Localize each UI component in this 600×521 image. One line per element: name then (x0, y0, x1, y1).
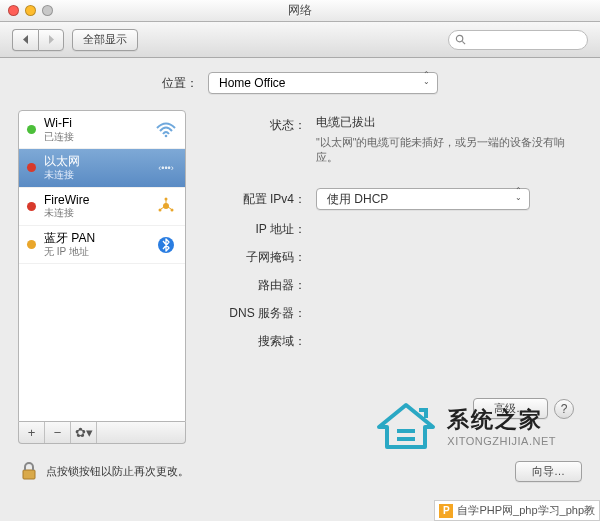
location-label: 位置： (162, 75, 198, 92)
search-icon (455, 34, 466, 45)
p-icon: P (439, 504, 453, 518)
nav-segment (12, 29, 64, 51)
firewire-icon (155, 197, 177, 215)
sidebar-item-firewire[interactable]: FireWire未连接 (19, 188, 185, 226)
svg-line-1 (462, 41, 465, 44)
gear-icon: ✿▾ (75, 425, 93, 440)
window-title: 网络 (0, 2, 600, 19)
status-label: 状态： (202, 114, 316, 134)
svg-point-0 (456, 35, 462, 41)
svg-point-2 (165, 134, 168, 137)
sidebar-item-wifi[interactable]: Wi-Fi已连接 (19, 111, 185, 149)
svg-rect-12 (23, 470, 35, 479)
action-menu-button[interactable]: ✿▾ (71, 422, 97, 443)
add-button[interactable]: + (19, 422, 45, 443)
search-domain-label: 搜索域： (202, 330, 316, 350)
sidebar-item-bluetooth[interactable]: 蓝牙 PAN无 IP 地址 (19, 226, 185, 264)
details-pane: 状态： 电缆已拔出 "以太网"的电缆可能未插好，或另一端的设备没有响应。 配置 … (200, 110, 582, 444)
ipv4-label: 配置 IPv4： (202, 188, 316, 208)
router-label: 路由器： (202, 274, 316, 294)
status-dot-icon (27, 163, 36, 172)
advanced-button[interactable]: 高级… (473, 398, 548, 419)
status-hint: "以太网"的电缆可能未插好，或另一端的设备没有响应。 (316, 135, 580, 164)
wifi-icon (155, 121, 177, 139)
ipv4-select[interactable]: 使用 DHCP (316, 188, 530, 210)
titlebar: 网络 (0, 0, 600, 22)
search-input[interactable] (448, 30, 588, 50)
bluetooth-icon (155, 236, 177, 254)
footer: 点按锁按钮以防止再次更改。 向导… (0, 460, 600, 482)
svg-line-9 (161, 207, 164, 209)
lock-text: 点按锁按钮以防止再次更改。 (46, 464, 509, 479)
lock-icon[interactable] (18, 460, 40, 482)
remove-button[interactable]: − (45, 422, 71, 443)
status-value: 电缆已拔出 (316, 114, 580, 131)
status-dot-icon (27, 202, 36, 211)
sidebar: Wi-Fi已连接 以太网未连接 ‹•••› FireWire未连接 蓝牙 PAN… (18, 110, 186, 444)
help-button[interactable]: ? (554, 399, 574, 419)
forward-button[interactable] (38, 29, 64, 51)
location-select[interactable]: Home Office (208, 72, 438, 94)
toolbar: 全部显示 (0, 22, 600, 58)
source-badge: P 自学PHP网_php学习_php教 (434, 500, 600, 521)
sidebar-item-ethernet[interactable]: 以太网未连接 ‹•••› (19, 149, 185, 187)
back-button[interactable] (12, 29, 38, 51)
assistant-button[interactable]: 向导… (515, 461, 582, 482)
interface-list: Wi-Fi已连接 以太网未连接 ‹•••› FireWire未连接 蓝牙 PAN… (18, 110, 186, 422)
ethernet-icon: ‹•••› (155, 159, 177, 177)
status-dot-icon (27, 125, 36, 134)
ip-label: IP 地址： (202, 218, 316, 238)
status-dot-icon (27, 240, 36, 249)
subnet-label: 子网掩码： (202, 246, 316, 266)
show-all-button[interactable]: 全部显示 (72, 29, 138, 51)
dns-label: DNS 服务器： (202, 302, 316, 322)
location-row: 位置： Home Office (18, 72, 582, 94)
svg-line-10 (168, 207, 171, 209)
sidebar-footer: + − ✿▾ (18, 422, 186, 444)
svg-text:‹•••›: ‹•••› (158, 163, 173, 173)
